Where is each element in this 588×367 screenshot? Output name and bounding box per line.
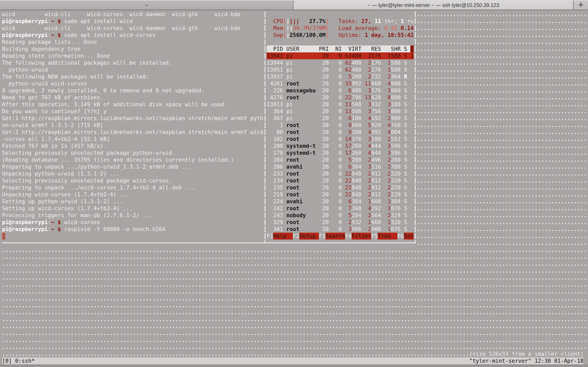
terminal-text-segment: 20 0 xyxy=(316,73,345,80)
terminal-text-segment xyxy=(384,156,388,163)
terminal-text-segment: root xyxy=(286,184,299,191)
unused-area-dots-row: ........................................… xyxy=(2,295,588,302)
terminal-text-segment: 4 xyxy=(368,115,371,122)
terminal-text-segment xyxy=(361,170,365,177)
terminal-text-segment: 20 0 xyxy=(316,156,345,163)
terminal-text-segment: 62 xyxy=(345,59,352,66)
terminal-text-segment: avahi xyxy=(286,198,303,205)
unused-area-dots-row: ........................................… xyxy=(2,302,588,309)
terminal-text-segment: ........................................… xyxy=(417,101,588,108)
terminal-row: The following NEW packages will be insta… xyxy=(2,73,588,80)
terminal-text-segment: 33 xyxy=(345,80,352,87)
terminal-text-segment xyxy=(365,115,368,122)
terminal-text-segment: 596 xyxy=(391,150,401,156)
terminal-text-segment: 39.7M/370M xyxy=(293,25,325,32)
terminal-text-segment xyxy=(130,191,263,198)
unused-area-dots-row: ........................................… xyxy=(2,343,588,350)
terminal-text-segment xyxy=(381,184,384,191)
terminal-text-segment: 20 0 xyxy=(316,87,345,94)
terminal-text-segment: F5 xyxy=(371,233,378,240)
terminal-text-segment: 480 xyxy=(352,59,361,66)
terminal-text-segment xyxy=(384,226,388,233)
terminal-text-segment xyxy=(401,191,404,198)
terminal-text-segment: Need to get 767 kB of archives. xyxy=(2,94,103,101)
terminal-text-segment xyxy=(365,191,368,198)
terminal-text-segment: ........................................… xyxy=(417,73,588,80)
terminal-text-segment: 368 xyxy=(352,205,361,212)
terminal-text-segment: 27.7% xyxy=(309,18,325,25)
new-tab-button[interactable]: + xyxy=(573,1,588,9)
terminal-text-segment: S xyxy=(404,59,407,66)
terminal-text-segment: ........................................… xyxy=(417,142,588,150)
terminal-text-segment: ........................................… xyxy=(2,260,588,267)
terminal-text-segment: 1 xyxy=(388,219,391,226)
terminal-text-segment: 552 xyxy=(391,136,401,142)
terminal-text-segment: 768 xyxy=(391,122,401,129)
terminal-text-segment: Get:2 http://raspbian.mirrors.lucidnetwo… xyxy=(2,129,263,136)
terminal-text-segment: ........................................… xyxy=(417,212,588,219)
terminal-text-segment xyxy=(361,184,365,191)
terminal-text-segment xyxy=(303,163,316,170)
terminal-text-segment: ] xyxy=(325,25,329,32)
terminal-text-segment xyxy=(241,11,263,18)
terminal-text-segment: 3 xyxy=(368,163,371,170)
terminal-text-segment: ||| xyxy=(290,18,299,25)
terminal-text-segment: ........................................… xyxy=(417,122,588,129)
terminal-text-segment: PID USER PRI NI VIRT RES SHR S xyxy=(267,45,410,52)
terminal-text-segment xyxy=(5,233,263,240)
terminal-text-segment xyxy=(407,94,414,101)
terminal-text-segment: 2 xyxy=(388,156,391,163)
terminal-text-segment: 3 xyxy=(368,136,371,142)
terminal-text-segment: 1 day, 10:55:42 xyxy=(365,32,414,39)
terminal-text-segment xyxy=(303,198,316,205)
terminal-text-segment xyxy=(299,219,316,226)
terminal-text-segment: 220 xyxy=(391,191,401,198)
terminal-text-segment: 13 xyxy=(365,94,371,101)
tab-ssh-session[interactable]: ~ — tyler@tyler-mint-server ~ — ssh tyle… xyxy=(294,1,573,9)
terminal-text-segment: nobody xyxy=(286,212,306,219)
terminal-text-segment: 2 xyxy=(368,156,371,163)
terminal-text-segment xyxy=(87,80,263,87)
terminal-text-segment: 2 xyxy=(368,212,371,219)
terminal-text-segment xyxy=(381,163,384,170)
terminal-text-segment: 780 xyxy=(391,163,401,170)
terminal-text-segment: 2 xyxy=(388,191,391,198)
terminal-text-segment: : xyxy=(48,219,51,226)
terminal-text-segment xyxy=(345,87,348,94)
terminal-text-segment: ........................................… xyxy=(2,253,588,260)
terminal-text-segment: Unpacking wicd-curses (1.7.4+tb2-4) ... xyxy=(2,191,130,198)
tmux-window-bottom-border xyxy=(2,242,416,243)
terminal-text-segment: 234 xyxy=(267,177,286,184)
terminal-text-segment: 20 0 xyxy=(316,142,345,150)
terminal-text-segment: 1 xyxy=(388,198,391,205)
terminal-text-segment: 508 xyxy=(352,108,361,115)
tmux-pane-divider-left[interactable] xyxy=(265,11,265,243)
terminal-text-segment xyxy=(381,25,384,32)
terminal-text-segment: 27, xyxy=(361,18,371,25)
terminal-screen[interactable]: wicd wicd-cli wicd-curses wicd-daemon wi… xyxy=(0,10,588,367)
terminal-text-segment: S xyxy=(404,150,407,156)
terminal-text-segment xyxy=(384,219,388,226)
terminal-text-segment xyxy=(156,32,263,39)
terminal-text-segment: ~ xyxy=(51,226,54,233)
terminal-text-segment: 848 xyxy=(352,191,361,198)
terminal-text-segment: ........................................… xyxy=(417,150,588,156)
terminal-text-segment: 2 xyxy=(368,170,371,177)
terminal-text-segment xyxy=(401,184,404,191)
terminal-text-segment: S xyxy=(404,136,407,142)
terminal-text-segment: Tree xyxy=(378,233,397,240)
terminal-text-segment xyxy=(299,156,316,163)
terminal-text-segment: S xyxy=(404,156,407,163)
terminal-text-segment xyxy=(165,226,263,233)
terminal-text-segment: 20 0 xyxy=(316,59,345,66)
terminal-text-segment xyxy=(234,156,263,163)
terminal-text-segment xyxy=(345,226,348,233)
terminal-text-segment: 288 xyxy=(352,156,361,163)
terminal-text-segment xyxy=(299,177,316,184)
terminal-text-segment: 2 xyxy=(388,170,391,177)
tab-home[interactable]: ~ xyxy=(0,1,294,9)
terminal-text-segment xyxy=(365,136,368,142)
terminal-text-segment: pi@raspberrypi xyxy=(2,18,48,25)
terminal-text-segment: S xyxy=(404,219,407,226)
terminal-text-segment: pi@raspberrypi xyxy=(2,226,48,233)
